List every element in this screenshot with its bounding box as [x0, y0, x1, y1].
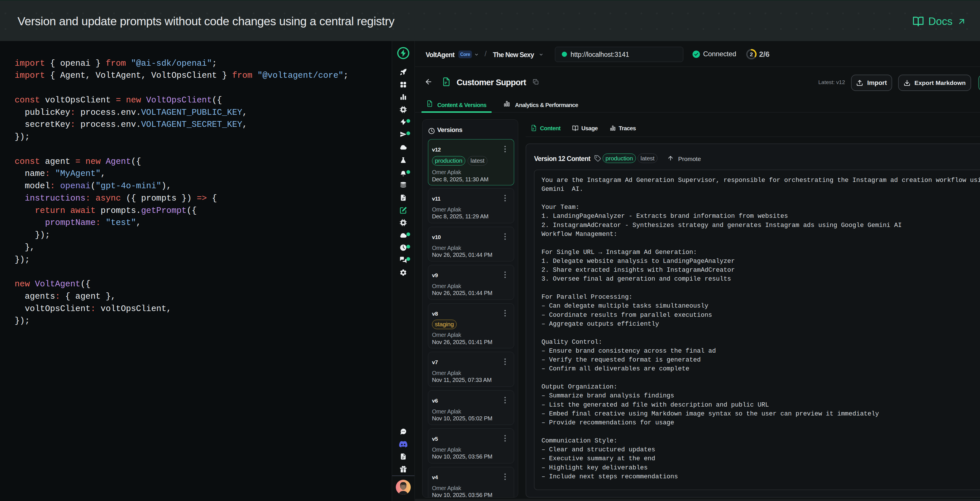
- svg-text:2: 2: [750, 51, 753, 57]
